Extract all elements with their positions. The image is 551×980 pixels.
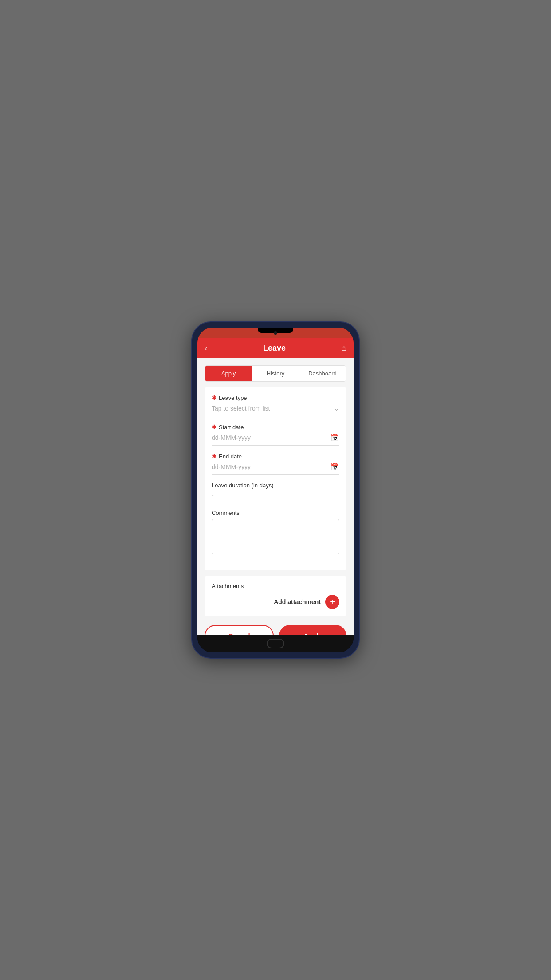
add-attachment-row: Add attachment + <box>212 595 339 609</box>
page-title: Leave <box>263 344 286 353</box>
add-attachment-text: Add attachment <box>274 598 321 605</box>
phone-screen: ‹ Leave ⌂ Apply History Dashboard ✱ Leav… <box>197 328 354 652</box>
add-attachment-button[interactable]: + <box>325 595 339 609</box>
comments-textarea[interactable] <box>212 519 339 554</box>
home-icon[interactable]: ⌂ <box>342 344 346 353</box>
form-section: ✱ Leave type Tap to select from list ⌄ ✱… <box>205 387 346 570</box>
cancel-button[interactable]: Cancel <box>205 625 274 635</box>
phone-bottom-bar <box>197 635 354 652</box>
phone-device: ‹ Leave ⌂ Apply History Dashboard ✱ Leav… <box>191 321 360 659</box>
leave-duration-value: - <box>212 491 339 502</box>
leave-type-placeholder: Tap to select from list <box>212 405 334 412</box>
home-button[interactable] <box>267 639 284 648</box>
start-date-input-row[interactable]: dd-MMM-yyyy 📅 <box>212 433 339 446</box>
tab-bar: Apply History Dashboard <box>205 365 346 382</box>
start-date-label: ✱ Start date <box>212 423 339 431</box>
end-date-placeholder: dd-MMM-yyyy <box>212 463 331 470</box>
tab-apply[interactable]: Apply <box>205 366 252 381</box>
calendar-icon-start: 📅 <box>331 433 339 442</box>
comments-label: Comments <box>212 510 339 516</box>
tab-dashboard[interactable]: Dashboard <box>299 366 346 381</box>
attachments-section: Attachments Add attachment + <box>205 576 346 616</box>
app-content: Apply History Dashboard ✱ Leave type Tap… <box>197 358 354 635</box>
leave-duration-field: Leave duration (in days) - <box>212 482 339 502</box>
required-star-leave-type: ✱ <box>212 394 217 401</box>
camera-dot <box>274 331 277 335</box>
leave-type-field: ✱ Leave type Tap to select from list ⌄ <box>212 394 339 416</box>
required-star-end-date: ✱ <box>212 453 217 460</box>
action-buttons: Cancel Apply <box>205 625 346 635</box>
chevron-down-icon: ⌄ <box>334 404 339 412</box>
status-bar <box>197 328 354 338</box>
end-date-label: ✱ End date <box>212 453 339 460</box>
leave-type-input-row[interactable]: Tap to select from list ⌄ <box>212 404 339 416</box>
calendar-icon-end: 📅 <box>331 462 339 471</box>
app-header: ‹ Leave ⌂ <box>197 338 354 358</box>
back-button[interactable]: ‹ <box>205 344 207 353</box>
start-date-field: ✱ Start date dd-MMM-yyyy 📅 <box>212 423 339 446</box>
tab-history[interactable]: History <box>252 366 299 381</box>
leave-type-label: ✱ Leave type <box>212 394 339 401</box>
end-date-field: ✱ End date dd-MMM-yyyy 📅 <box>212 453 339 475</box>
end-date-input-row[interactable]: dd-MMM-yyyy 📅 <box>212 462 339 475</box>
required-star-start-date: ✱ <box>212 423 217 431</box>
apply-button[interactable]: Apply <box>279 625 346 635</box>
attachments-label: Attachments <box>212 583 339 589</box>
start-date-placeholder: dd-MMM-yyyy <box>212 434 331 441</box>
comments-field: Comments <box>212 510 339 556</box>
leave-duration-label: Leave duration (in days) <box>212 482 339 489</box>
